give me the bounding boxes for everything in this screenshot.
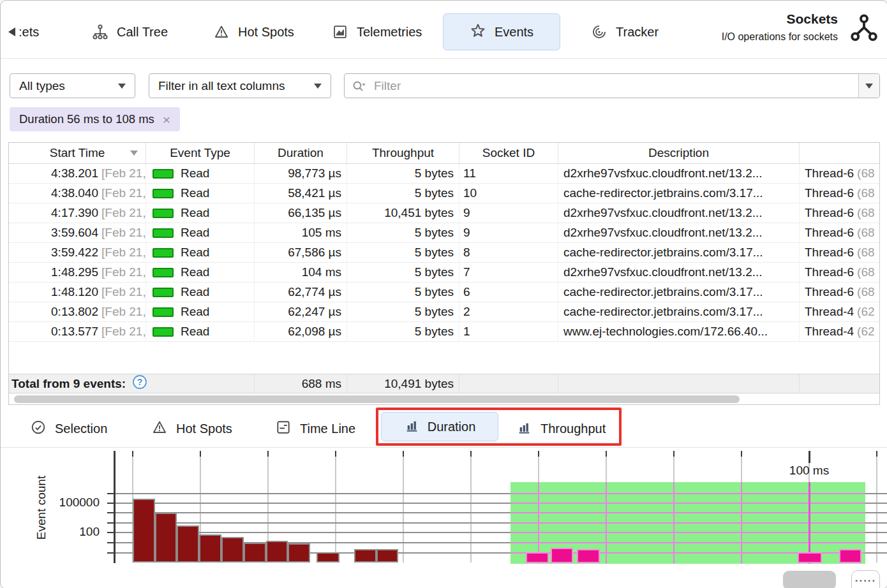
read-event-swatch	[153, 169, 174, 179]
tab-hot-spots[interactable]: Hot Spots	[213, 18, 294, 46]
toolbar-hot-spots[interactable]: Hot Spots	[151, 419, 232, 438]
read-event-swatch	[153, 228, 174, 238]
tab-telemetries[interactable]: Telemetries	[332, 18, 422, 46]
filter-scope-dropdown[interactable]: Filter in all text columns	[149, 73, 331, 98]
table-row[interactable]: 4:38.201[Feb 21,... Read 98,773 µs 5 byt…	[9, 164, 879, 184]
chip-close-icon[interactable]: ×	[163, 113, 170, 126]
tab-overflow-left[interactable]: :ets	[8, 22, 39, 42]
y-axis-tick	[107, 522, 114, 524]
cell-start-time: 1:48.120[Feb 21,...	[9, 283, 146, 302]
selection-histogram-bar	[551, 548, 573, 563]
sockets-icon	[849, 13, 879, 45]
cell-socket-id: 8	[459, 243, 558, 262]
selection-gridline-v	[741, 482, 742, 564]
tab-label: Call Tree	[117, 25, 168, 40]
toolbar-label: Time Line	[300, 422, 355, 436]
table-row[interactable]: 4:38.040[Feb 21,... Read 58,421 µs 5 byt…	[9, 184, 879, 203]
cell-event-type: Read	[146, 184, 255, 203]
cell-socket-id: 9	[459, 223, 558, 242]
chart-vertical-gridline	[470, 451, 472, 562]
cell-socket-id: 2	[459, 302, 558, 321]
help-icon[interactable]: ?	[132, 374, 147, 393]
cell-start-time: 1:48.295[Feb 21,...	[9, 263, 146, 282]
selection-histogram-bar	[798, 552, 822, 563]
cell-throughput: 5 bytes	[347, 243, 459, 262]
x-axis-tick	[673, 451, 675, 457]
selection-gridline-v	[606, 482, 607, 564]
chevron-down-icon	[314, 84, 322, 89]
cell-start-time: 3:59.422[Feb 21,...	[9, 243, 146, 262]
cell-throughput: 5 bytes	[347, 302, 459, 321]
column-header-duration[interactable]: Duration	[255, 143, 347, 163]
hot-spots-icon	[213, 24, 230, 40]
toolbar-selection[interactable]: Selection	[30, 419, 107, 438]
cell-description: cache-redirector.jetbrains.com/3.17...	[558, 302, 800, 321]
toolbar-duration[interactable]: Duration	[381, 412, 498, 441]
y-axis-tick	[107, 532, 114, 533]
table-row[interactable]: 1:48.295[Feb 21,... Read 104 ms 5 bytes …	[9, 263, 879, 283]
table-row[interactable]: 1:48.120[Feb 21,... Read 62,774 µs 5 byt…	[9, 283, 879, 302]
toolbar-throughput[interactable]: Throughput	[516, 419, 606, 438]
duration-histogram-bar	[317, 552, 339, 562]
chart-hscrollbar-thumb[interactable]	[783, 571, 836, 588]
table-row[interactable]: 3:59.422[Feb 21,... Read 67,586 µs 5 byt…	[9, 243, 879, 263]
x-axis-tick	[403, 451, 404, 457]
toolbar-time-line[interactable]: Time Line	[275, 419, 355, 438]
tab-call-tree[interactable]: Call Tree	[92, 18, 168, 46]
read-event-swatch	[153, 307, 174, 317]
x-axis-label-100ms: 100 ms	[764, 464, 854, 478]
duration-filter-chip[interactable]: Duration 56 ms to 108 ms ×	[10, 107, 180, 131]
call-tree-icon	[92, 24, 108, 40]
table-hscrollbar-thumb[interactable]	[14, 395, 740, 403]
tab-events[interactable]: Events	[443, 13, 560, 50]
cell-start-time: 3:59.604[Feb 21,...	[9, 223, 146, 242]
column-label: Socket ID	[482, 146, 535, 160]
cell-socket-id: 9	[459, 203, 558, 223]
cell-duration: 98,773 µs	[255, 164, 347, 183]
tab-tracker[interactable]: Tracker	[591, 18, 659, 46]
cell-description: d2xrhe97vsfxuc.cloudfront.net/13.2...	[558, 164, 800, 183]
table-row[interactable]: 0:13.802[Feb 21,... Read 62,247 µs 5 byt…	[9, 302, 879, 322]
column-label: Description	[648, 146, 709, 160]
cell-event-type: Read	[146, 283, 255, 302]
column-header-event-type[interactable]: Event Type	[146, 143, 255, 163]
cell-event-type: Read	[146, 203, 255, 223]
column-header-description[interactable]: Description	[558, 143, 800, 163]
filter-history-button[interactable]	[858, 74, 879, 98]
cell-duration: 58,421 µs	[255, 184, 347, 203]
total-duration-cell: 688 ms	[255, 374, 347, 393]
table-row[interactable]: 4:17.390[Feb 21,... Read 66,135 µs 10,45…	[9, 203, 879, 223]
column-header-throughput[interactable]: Throughput	[347, 143, 459, 163]
duration-histogram-bar	[199, 534, 221, 562]
selection-gridline-v	[538, 482, 539, 564]
column-header-socket-id[interactable]: Socket ID	[459, 143, 558, 163]
chip-label: Duration 56 ms to 108 ms	[19, 112, 154, 126]
toolbar-label: Throughput	[540, 422, 606, 436]
total-label: Total from 9 events:	[11, 377, 126, 391]
view-subtitle: I/O operations for sockets	[722, 31, 838, 43]
duration-histogram-bar	[155, 513, 177, 562]
sort-descending-icon	[130, 151, 138, 156]
column-header-start-time[interactable]: Start Time	[9, 143, 146, 163]
cell-throughput: 5 bytes	[347, 184, 459, 203]
cell-event-type: Read	[146, 164, 255, 183]
read-event-swatch	[153, 209, 174, 218]
table-row[interactable]: 3:59.604[Feb 21,... Read 105 ms 5 bytes …	[9, 223, 879, 243]
column-header-thread[interactable]	[800, 143, 879, 163]
chart-options-button[interactable]: ·····	[851, 570, 880, 588]
cell-start-time: 4:38.201[Feb 21,...	[9, 164, 146, 183]
read-event-swatch	[153, 327, 174, 337]
cell-start-time: 4:17.390[Feb 21,...	[9, 203, 146, 223]
cell-thread: Thread-6(68	[800, 203, 879, 223]
chart-vertical-gridline	[876, 451, 877, 562]
filter-input[interactable]	[345, 74, 879, 98]
x-axis-tick	[538, 451, 539, 457]
cell-description: www.ej-technologies.com/172.66.40...	[558, 322, 800, 341]
selection-gridline-h	[511, 542, 865, 543]
cell-duration: 62,098 µs	[255, 322, 347, 341]
table-row[interactable]: 0:13.577[Feb 21,... Read 62,098 µs 5 byt…	[9, 322, 879, 342]
cell-event-type: Read	[146, 223, 255, 242]
read-event-swatch	[153, 189, 174, 198]
cell-socket-id: 11	[459, 164, 558, 183]
event-type-dropdown[interactable]: All types	[10, 73, 135, 98]
